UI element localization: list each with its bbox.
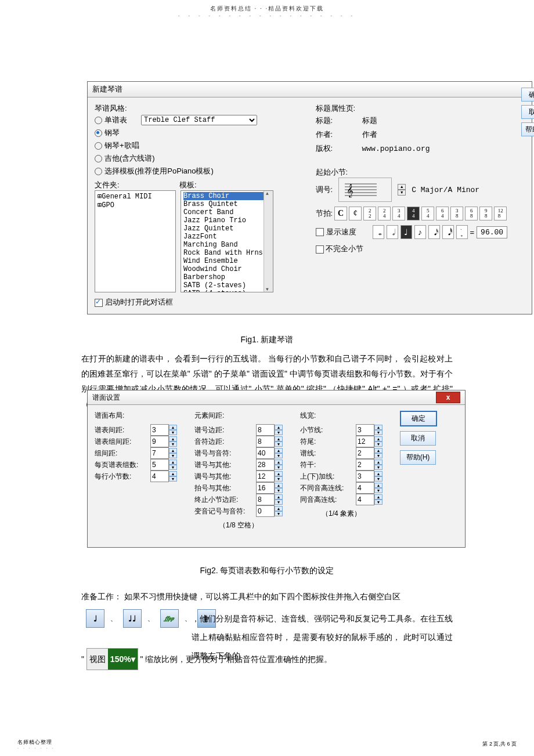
spinner[interactable]: ▲▼	[356, 459, 383, 471]
ok-button[interactable]: 确定	[400, 411, 437, 426]
up-icon[interactable]: ▲	[275, 448, 283, 453]
spinner[interactable]: ▲▼	[356, 436, 383, 447]
spinner-input[interactable]	[356, 471, 374, 482]
timesig-3-8[interactable]: 38	[450, 207, 463, 220]
list-item[interactable]: Rock Band with Hrns	[183, 249, 270, 257]
spinner[interactable]: ▲▼	[256, 459, 283, 471]
spinner[interactable]: ▲▼	[256, 471, 283, 482]
timesig-6-8[interactable]: 68	[465, 207, 478, 220]
spinner-input[interactable]	[256, 471, 275, 482]
timesig-2-2[interactable]: 22	[363, 207, 376, 220]
spinner-input[interactable]	[356, 494, 374, 505]
radio-guitar[interactable]: 吉他(含六线谱)	[95, 152, 304, 165]
spinner-input[interactable]	[150, 471, 169, 482]
radio-template[interactable]: 选择模板(推荐使用PoPiano模板)	[95, 165, 304, 178]
timesig-3-4[interactable]: 34	[392, 207, 405, 220]
list-item[interactable]: Brass Quintet	[183, 200, 270, 208]
down-icon[interactable]: ▼	[374, 465, 383, 470]
list-item[interactable]: ⊞GPO	[98, 201, 173, 209]
up-icon[interactable]: ▲	[275, 494, 283, 500]
spinner-input[interactable]	[150, 447, 169, 459]
ok-button[interactable]: 确	[521, 88, 534, 102]
spinner-input[interactable]	[256, 424, 275, 436]
down-icon[interactable]: ▼	[374, 476, 383, 482]
spinner[interactable]: ▲▼	[256, 436, 283, 447]
spinner-input[interactable]	[256, 494, 275, 505]
startup-checkbox[interactable]	[95, 299, 103, 307]
folder-list[interactable]: ⊞General MIDI ⊞GPO	[95, 190, 176, 292]
spinner-input[interactable]	[256, 447, 275, 459]
timesig-4-4[interactable]: 44	[407, 207, 420, 220]
list-item[interactable]: JazzFont	[183, 233, 270, 241]
down-icon[interactable]: ▼	[374, 500, 383, 505]
spinner-input[interactable]	[356, 459, 374, 471]
slur-icon[interactable]: ♩♩	[123, 609, 142, 628]
down-icon[interactable]: ▼	[169, 430, 177, 435]
timesig-6-4[interactable]: 64	[436, 207, 449, 220]
dynamics-icon[interactable]: 𝆑𝆑𝆏𝆏	[160, 609, 179, 628]
up-icon[interactable]: ▲	[374, 460, 383, 465]
down-icon[interactable]: ▼	[374, 442, 383, 447]
spinner[interactable]: ▲▼	[356, 447, 383, 459]
list-item[interactable]: Brass Choir	[183, 192, 270, 200]
list-item[interactable]: Wind Ensemble	[183, 257, 270, 265]
down-icon[interactable]: ▼	[275, 442, 283, 447]
down-icon[interactable]: ▼	[374, 488, 383, 493]
spinner[interactable]: ▲▼	[356, 471, 383, 482]
up-icon[interactable]: ▲	[169, 471, 177, 476]
note-half-icon[interactable]: 𝅗𝅥	[387, 225, 398, 239]
spinner[interactable]: ▲▼	[256, 424, 283, 436]
key-stepper[interactable]: ▲▼	[398, 184, 406, 196]
close-icon[interactable]: x	[436, 392, 460, 403]
spinner[interactable]: ▲▼	[256, 494, 283, 505]
list-item[interactable]: Marching Band	[183, 241, 270, 249]
note-quarter-icon[interactable]: ♩	[400, 225, 412, 239]
up-icon[interactable]: ▲	[374, 425, 383, 430]
up-icon[interactable]: ▲	[275, 471, 283, 476]
spinner[interactable]: ▲▼	[356, 424, 383, 436]
up-icon[interactable]: ▲	[398, 184, 406, 190]
spinner-input[interactable]	[150, 436, 169, 447]
timesig-cut[interactable]: ¢	[349, 207, 362, 220]
spinner-input[interactable]	[356, 436, 374, 447]
spinner[interactable]: ▲▼	[356, 482, 383, 494]
list-item[interactable]: Jazz Quintet	[183, 225, 270, 233]
template-list[interactable]: Brass Choir Brass Quintet Concert Band J…	[181, 190, 273, 292]
down-icon[interactable]: ▼	[275, 430, 283, 435]
list-item[interactable]: Jazz Piano Trio	[183, 216, 270, 225]
up-icon[interactable]: ▲	[169, 436, 177, 442]
up-icon[interactable]: ▲	[169, 425, 177, 430]
up-icon[interactable]: ▲	[169, 460, 177, 465]
radio-piano[interactable]: 钢琴	[95, 126, 304, 139]
down-icon[interactable]: ▼	[374, 430, 383, 435]
down-icon[interactable]: ▼	[275, 511, 283, 516]
spinner-input[interactable]	[356, 482, 374, 494]
spinner[interactable]: ▲▼	[356, 494, 383, 505]
up-icon[interactable]: ▲	[374, 483, 383, 488]
spinner-input[interactable]	[256, 505, 275, 517]
spinner[interactable]: ▲▼	[256, 447, 283, 459]
timesig-C[interactable]: C	[334, 207, 347, 220]
down-icon[interactable]: ▼	[169, 453, 177, 458]
spinner-input[interactable]	[150, 459, 169, 471]
list-item[interactable]: Woodwind Choir	[183, 265, 270, 273]
cancel-button[interactable]: 取消	[400, 431, 436, 446]
show-tempo-checkbox[interactable]	[316, 228, 324, 236]
help-button[interactable]: 帮助	[521, 122, 534, 136]
up-icon[interactable]: ▲	[275, 506, 283, 511]
zoom-percent[interactable]: 150%▾	[108, 649, 138, 670]
list-item[interactable]: Concert Band	[183, 208, 270, 216]
note-eighth-icon[interactable]: ♪	[414, 225, 426, 239]
down-icon[interactable]: ▼	[275, 453, 283, 458]
radio-single-staff[interactable]: 单谱表 Treble Clef Staff	[95, 114, 304, 126]
pickup-checkbox[interactable]	[316, 245, 324, 254]
note-whole-icon[interactable]: 𝅝	[373, 225, 384, 239]
list-item[interactable]: SATB (4-staves)	[183, 290, 270, 292]
list-item[interactable]: SATB (2-staves)	[183, 281, 270, 290]
note-32nd-icon[interactable]: 𝅘𝅥𝅰	[442, 225, 454, 239]
up-icon[interactable]: ▲	[169, 448, 177, 453]
down-icon[interactable]: ▼	[374, 453, 383, 458]
up-icon[interactable]: ▲	[374, 436, 383, 442]
up-icon[interactable]: ▲	[275, 460, 283, 465]
list-item[interactable]: ⊞General MIDI	[98, 192, 173, 201]
